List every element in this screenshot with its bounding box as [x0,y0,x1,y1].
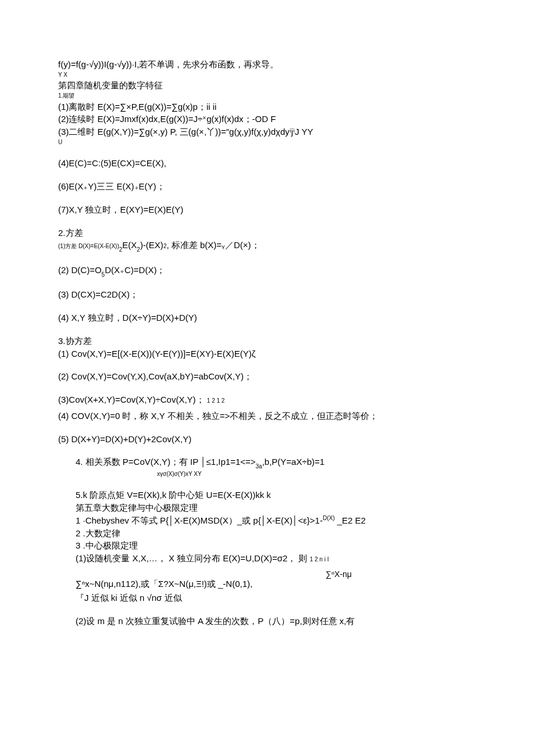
exp-const: (4)E(C)=C:(5)E(CX)=CE(X), [58,157,477,170]
clt-main-line: ∑ⁿx~N(nμ,n112),或「Σ?X~N(μ,Ξ!)或 _-N(0,1), [58,578,252,590]
cov-zero: (4) COV(X,Y)=0 时，称 X,Y 不相关，独立=>不相关，反之不成立… [58,410,477,422]
clt-setup: (1)设随机变量 X,X,…， X 独立同分布 E(X)=U,D(X)=σ2， … [58,552,477,565]
var-const-a: (2) D(C)=O [58,265,102,275]
exp-continuous: (2)连续时 E(X)=Jmxf(x)dx,E(g(X))=J÷ˣg(x)f(x… [58,113,477,126]
chebyshev-main: 1 ·Chebyshev 不等式 P{│X-E(X)MSD(X）_或 p{│X-… [76,515,323,525]
clt-setup-subs: 1 2 n i I [310,556,329,562]
cov-sum-main: (3)Cov(X+X,Y)=Cov(X,Y)÷Cov(X,Y)； [58,395,205,404]
var-def-mid: E(X [122,240,137,250]
sub-2b: 2 [137,246,140,253]
exp-independent: (7)X,Y 独立时，E(XY)=E(X)E(Y) [58,203,477,216]
exp-2d-sub: U [58,138,477,147]
var-sum-cov: (5) D(X+Y)=D(X)+D(Y)+2Cov(X,Y) [58,433,477,446]
chebyshev-end: _E2 E2 [335,515,366,525]
var-const-sub: 5 [102,271,105,278]
corr-coef-end: ,b,P(Y=aX÷b)=1 [262,457,324,467]
document-page: f(y)=f(g-√y))I(g-√y))∙I,若不单调，先求分布函数，再求导。… [0,0,535,756]
binomial-clt: (2)设 m 是 n 次独立重复试验中 A 发生的次数，P（八）=p,则对任意 … [58,615,477,628]
exp-2d: (3)二维时 E(g(X,Y))=∑g(×,y) P, 三(g(×,丫))=″g… [58,126,477,138]
corr-coef-sub: 3a [256,463,262,470]
corr-coef-subline: xγσ(X)σ(Y)xY XY [58,470,477,479]
cov-sym: (2) Cov(X,Y)=Cov(Y,X),Cov(aX,bY)=abCov(X… [58,370,477,383]
var-def-mid2: )-(EX) [140,240,163,250]
clt-setup-main: (1)设随机变量 X,X,…， X 独立同分布 E(X)=U,D(X)=σ2， … [76,553,310,563]
clt-right-frac: ∑ⁿX-nμ [326,568,352,580]
lln-title: 2 .大数定律 [58,527,477,540]
var-cx: (3) D(CX)=C2D(X)； [58,288,477,301]
corr-coef-main: 4. 相关系数 P=CoV(X,Y)；有 IP │≤1,Ip1=1<=> [76,457,256,467]
var-const: (2) D(C)=O5D(X₊C)=D(X)； [58,264,477,278]
clt-approx-labels: 『J 近似 ki 近似 n √nσ 近似 [58,592,477,604]
chebyshev-sup: D(X) [323,515,335,521]
corr-coef: 4. 相关系数 P=CoV(X,Y)；有 IP │≤1,Ip1=1<=>3a,b… [58,456,477,470]
var-def-prefix: (1)方差 D(X)=E(X-E(X)) [58,243,119,249]
clt-title: 3 .中心极限定理 [58,539,477,552]
exp-discrete: (1)离散时 E(X)=∑×P,E(g(X))=∑g(x)p；ii ii [58,101,477,113]
sec-variance-title: 2.方差 [58,227,477,239]
clt-formula-block: ∑ⁿX-nμ ∑ⁿx~N(nμ,n112),或「Σ?X~N(μ,Ξ!)或 _-N… [58,568,477,592]
var-sum-indep: (4) X,Y 独立时，D(X÷Y)=D(X)+D(Y) [58,311,477,324]
var-const-b: D(X₊C)=D(X)； [105,265,165,275]
var-def: (1)方差 D(X)=E(X-E(X))2E(X2)-(EX)2, 标准差 b(… [58,239,477,253]
var-def-end: , 标准差 b(X)=ᵧ／D(×)； [166,240,259,250]
cov-sum-subs: 1 2 1 2 [207,397,225,404]
chapter5-title: 第五章大数定律与中心极限定理 [58,501,477,514]
moments: 5.k 阶原点矩 V=E(Xk),k 阶中心矩 U=E(X-E(X))kk k [58,489,477,501]
formula-fy: f(y)=f(g-√y))I(g-√y))∙I,若不单调，先求分布函数，再求导。 [58,58,477,71]
sub-2a: 2 [119,246,123,253]
exp-sum: (6)E(X₊Y)三三 E(X)₊E(Y)； [58,180,477,193]
cov-sum: (3)Cov(X+X,Y)=Cov(X,Y)÷Cov(X,Y)； 1 2 1 2 [58,393,477,406]
formula-fy-sub: Y X [58,71,477,80]
cov-def: (1) Cov(X,Y)=E[(X-E(X))(Y-E(Y))]=E(XY)-E… [58,347,477,360]
chapter4-title: 第四章随机变量的数字特征 [58,79,477,92]
chebyshev: 1 ·Chebyshev 不等式 P{│X-E(X)MSD(X）_或 p{│X-… [58,514,477,527]
sec-expectation-title: 1.期望 [58,92,477,101]
sec-cov-title: 3.协方差 [58,335,477,347]
